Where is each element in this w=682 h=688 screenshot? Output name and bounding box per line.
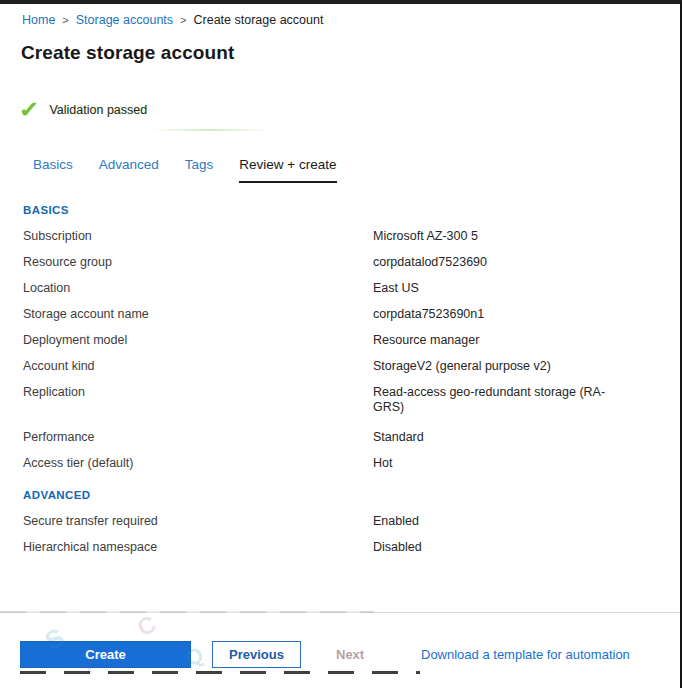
row-value: corpdata7523690n1 [373,307,484,322]
row-value: Microsoft AZ-300 5 [373,229,478,244]
row-value: Hot [373,456,392,471]
row-subscription: Subscription Microsoft AZ-300 5 [0,229,680,244]
previous-button[interactable]: Previous [212,641,301,668]
download-template-link[interactable]: Download a template for automation [421,641,630,668]
section-heading-advanced: ADVANCED [23,489,680,501]
bottom-torn-edge [20,671,420,674]
advanced-rows: Secure transfer required Enabled Hierarc… [0,514,680,555]
breadcrumb-current: Create storage account [194,13,324,27]
row-value: Read-access geo-redundant storage (RA-GR… [373,385,608,415]
row-deployment-model: Deployment model Resource manager [0,333,680,348]
top-border-gray-segment-right [656,0,680,4]
row-label: Resource group [23,255,373,270]
row-label: Secure transfer required [23,514,373,529]
row-value: Enabled [373,514,419,529]
create-button[interactable]: Create [20,641,191,668]
row-label: Access tier (default) [23,456,373,471]
row-value: StorageV2 (general purpose v2) [373,359,551,374]
row-label: Deployment model [23,333,373,348]
row-value: corpdatalod7523690 [373,255,487,270]
breadcrumb-separator: > [62,14,68,26]
section-heading-basics: BASICS [23,204,680,216]
row-value: Standard [373,430,424,445]
breadcrumb-storage-accounts-link[interactable]: Storage accounts [76,13,173,27]
breadcrumb-home-link[interactable]: Home [22,13,55,27]
breadcrumb: Home > Storage accounts > Create storage… [22,13,680,27]
row-account-kind: Account kind StorageV2 (general purpose … [0,359,680,374]
row-label: Location [23,281,373,296]
row-label: Performance [23,430,373,445]
breadcrumb-separator: > [180,14,186,26]
tab-review-create[interactable]: Review + create [239,157,336,183]
row-location: Location East US [0,281,680,296]
row-label: Account kind [23,359,373,374]
validation-message: Validation passed [49,103,147,117]
validation-check-icon: ✓ [19,99,40,121]
row-access-tier: Access tier (default) Hot [0,456,680,471]
validation-status: ✓ Validation passed [20,99,680,121]
row-label: Hierarchical namespace [23,540,373,555]
top-border-gray-segment [70,0,220,4]
tab-advanced[interactable]: Advanced [99,157,159,183]
next-button-disabled: Next [336,641,364,668]
row-label: Subscription [23,229,373,244]
row-performance: Performance Standard [0,430,680,445]
validation-underline [150,129,270,131]
footer-divider-shade [0,611,374,613]
row-hierarchical-namespace: Hierarchical namespace Disabled [0,540,680,555]
tab-bar: Basics Advanced Tags Review + create [33,157,680,183]
row-storage-account-name: Storage account name corpdata7523690n1 [0,307,680,322]
row-resource-group: Resource group corpdatalod7523690 [0,255,680,270]
create-storage-account-page: Home > Storage accounts > Create storage… [0,0,682,688]
row-value: Resource manager [373,333,479,348]
row-value: Disabled [373,540,422,555]
basics-rows: Subscription Microsoft AZ-300 5 Resource… [0,229,680,471]
tab-basics[interactable]: Basics [33,157,73,183]
row-label: Replication [23,385,373,415]
page-title: Create storage account [21,42,680,64]
row-label: Storage account name [23,307,373,322]
footer-action-bar: Create Previous Next Download a template… [0,641,680,671]
row-value: East US [373,281,419,296]
tab-tags[interactable]: Tags [185,157,214,183]
row-secure-transfer: Secure transfer required Enabled [0,514,680,529]
row-replication: Replication Read-access geo-redundant st… [0,385,680,415]
